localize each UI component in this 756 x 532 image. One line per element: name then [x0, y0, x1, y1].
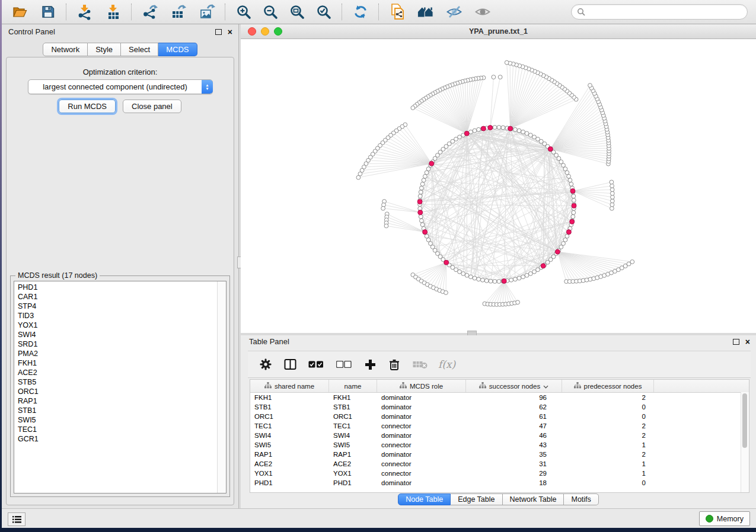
table-row[interactable]: STB1STB1dominator620: [250, 402, 749, 412]
list-item[interactable]: PHD1: [14, 283, 217, 292]
table-scrollbar[interactable]: [741, 392, 749, 492]
zoom-fit-icon[interactable]: [289, 4, 305, 20]
delete-column-icon[interactable]: [387, 357, 401, 371]
export-network-icon[interactable]: [142, 4, 158, 20]
list-item[interactable]: FKH1: [14, 358, 217, 368]
table-tab-motifs[interactable]: Motifs: [564, 493, 598, 505]
zoom-in-icon[interactable]: [235, 4, 252, 20]
clone-network-icon[interactable]: [389, 4, 406, 20]
import-table-icon[interactable]: [105, 4, 122, 20]
cell: 0: [562, 478, 654, 488]
mcds-result-group: MCDS result (17 nodes) PHD1CAR1STP4TID3Y…: [10, 275, 230, 497]
list-item[interactable]: TEC1: [14, 425, 217, 434]
table-row[interactable]: SWI5SWI5connector431: [250, 440, 749, 450]
table-row[interactable]: YOX1YOX1connector291: [250, 469, 749, 478]
column-header-MCDS-role[interactable]: MCDS role: [377, 380, 466, 392]
network-graph[interactable]: [241, 39, 754, 332]
run-mcds-button[interactable]: Run MCDS: [59, 100, 116, 113]
table-panel-title: Table Panel: [249, 337, 289, 346]
list-item[interactable]: ORC1: [14, 387, 217, 396]
add-column-icon[interactable]: [363, 357, 377, 371]
cell: 0: [562, 412, 654, 421]
save-icon[interactable]: [40, 4, 56, 20]
memory-button[interactable]: Memory: [699, 511, 750, 526]
first-neighbors-icon[interactable]: [417, 4, 434, 20]
table-tab-network-table[interactable]: Network Table: [503, 493, 564, 505]
cell: FKH1: [250, 393, 329, 402]
mcds-result-list[interactable]: PHD1CAR1STP4TID3YOX1SWI4SRD1PMA2FKH1ACE2…: [14, 281, 227, 493]
open-folder-icon[interactable]: [11, 4, 28, 20]
table-row[interactable]: RAP1RAP1dominator352: [250, 450, 749, 459]
list-item[interactable]: GCR1: [14, 434, 217, 444]
cell: 62: [466, 402, 562, 412]
refresh-icon[interactable]: [352, 4, 369, 20]
list-item[interactable]: STB5: [14, 377, 217, 387]
node-table[interactable]: shared namenameMCDS rolesuccessor nodesp…: [250, 379, 749, 493]
cell: ACE2: [329, 459, 377, 469]
import-network-icon[interactable]: [76, 4, 93, 20]
cell: connector: [377, 421, 466, 431]
list-item[interactable]: STP4: [14, 302, 217, 311]
cell: SWI5: [329, 440, 377, 450]
list-item[interactable]: YOX1: [14, 321, 217, 330]
tab-mcds[interactable]: MCDS: [158, 43, 197, 56]
float-table-panel-icon[interactable]: [733, 339, 739, 345]
list-item[interactable]: PMA2: [14, 349, 217, 358]
column-header-successor-nodes[interactable]: successor nodes: [466, 380, 562, 392]
column-header-shared-name[interactable]: shared name: [250, 380, 329, 392]
search-icon: [577, 8, 585, 16]
table-row[interactable]: PHD1PHD1dominator180: [250, 478, 749, 488]
table-row[interactable]: ACE2ACE2connector311: [250, 459, 749, 469]
settings-gear-icon[interactable]: [259, 357, 273, 371]
close-table-panel-icon[interactable]: ×: [745, 339, 750, 345]
list-item[interactable]: ACE2: [14, 368, 217, 377]
search-box[interactable]: [571, 4, 748, 20]
network-canvas[interactable]: [241, 39, 756, 333]
column-header-name[interactable]: name: [329, 380, 377, 392]
float-panel-icon[interactable]: [215, 29, 222, 35]
list-item[interactable]: SWI5: [14, 415, 217, 425]
list-item[interactable]: SRD1: [14, 339, 217, 349]
list-item[interactable]: RAP1: [14, 396, 217, 406]
export-table-icon[interactable]: [170, 4, 187, 20]
cell: 35: [466, 450, 562, 459]
close-panel-icon[interactable]: ×: [228, 29, 232, 35]
cell: connector: [377, 459, 466, 469]
table-row[interactable]: SWI4SWI4dominator462: [250, 431, 749, 440]
table-tab-node-table[interactable]: Node Table: [398, 493, 451, 505]
list-item[interactable]: TID3: [14, 311, 217, 321]
dropdown-stepper-icon: ▲▼: [202, 80, 213, 94]
search-input[interactable]: [588, 7, 742, 17]
list-item[interactable]: SWI4: [14, 330, 217, 339]
column-header-predecessor-nodes[interactable]: predecessor nodes: [562, 380, 654, 392]
cell: PHD1: [329, 478, 377, 488]
toggle-columns-icon[interactable]: [283, 357, 297, 371]
table-tabs: Node TableEdge TableNetwork TableMotifs: [398, 493, 599, 505]
cell: 18: [466, 478, 562, 488]
zoom-selected-icon[interactable]: [315, 4, 332, 20]
tab-select[interactable]: Select: [121, 43, 158, 56]
table-scrollbar-thumb[interactable]: [742, 393, 747, 448]
deselect-all-icon[interactable]: [335, 357, 353, 371]
cell: 96: [466, 393, 562, 402]
application-window: Control Panel × NetworkStyleSelectMCDS O…: [2, 0, 756, 527]
table-row[interactable]: FKH1FKH1dominator962: [250, 393, 749, 402]
zoom-out-icon[interactable]: [262, 4, 279, 20]
tab-style[interactable]: Style: [88, 43, 121, 56]
table-row[interactable]: ORC1ORC1dominator610: [250, 412, 749, 421]
list-item[interactable]: STB1: [14, 406, 217, 415]
criterion-dropdown[interactable]: largest connected component (undirected)…: [28, 79, 213, 94]
export-image-icon[interactable]: [199, 4, 215, 20]
select-all-icon[interactable]: [307, 357, 325, 371]
cell: 0: [562, 402, 654, 412]
cell: 46: [466, 431, 562, 440]
table-tab-edge-table[interactable]: Edge Table: [451, 493, 502, 505]
close-panel-button[interactable]: Close panel: [123, 100, 181, 113]
task-history-button[interactable]: [8, 512, 25, 526]
cell: 47: [466, 421, 562, 431]
result-list-scrollbar[interactable]: [217, 281, 226, 493]
table-row[interactable]: TEC1TEC1connector472: [250, 421, 749, 431]
tab-network[interactable]: Network: [43, 43, 88, 56]
hide-selected-eye-icon[interactable]: [446, 4, 462, 20]
list-item[interactable]: CAR1: [14, 292, 217, 302]
